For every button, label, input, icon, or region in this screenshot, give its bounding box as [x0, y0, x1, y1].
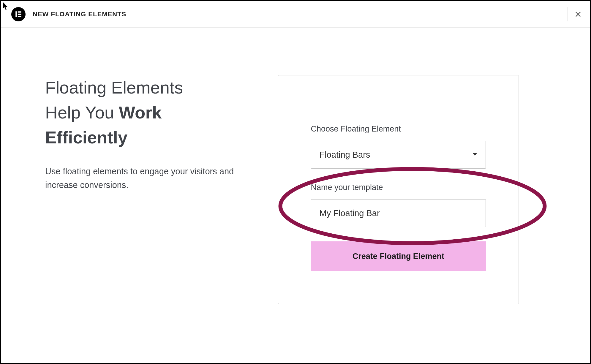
close-button[interactable] — [567, 7, 581, 21]
create-floating-element-button[interactable]: Create Floating Element — [311, 241, 486, 271]
element-type-label: Choose Floating Element — [311, 124, 486, 134]
svg-rect-2 — [18, 14, 21, 15]
template-name-group: Name your template — [311, 183, 486, 227]
hero-title: Floating Elements Help You Work Efficien… — [45, 75, 254, 150]
hero-title-line1: Floating Elements — [45, 78, 183, 97]
template-name-input[interactable] — [311, 199, 486, 227]
form-panel: Choose Floating Element Floating Bars Na… — [278, 75, 549, 304]
hero-title-line3: Efficiently — [45, 128, 127, 147]
form-card: Choose Floating Element Floating Bars Na… — [278, 75, 519, 304]
elementor-logo-icon — [11, 7, 26, 21]
hero-panel: Floating Elements Help You Work Efficien… — [1, 75, 278, 192]
modal-footer-divider — [1, 359, 590, 363]
modal-title: NEW FLOATING ELEMENTS — [33, 10, 126, 18]
svg-rect-3 — [18, 16, 21, 17]
hero-title-line2b: Work — [119, 103, 162, 122]
modal-header: NEW FLOATING ELEMENTS — [1, 1, 590, 28]
svg-rect-0 — [15, 11, 17, 17]
hero-subtitle: Use floating elements to engage your vis… — [45, 165, 254, 192]
element-type-group: Choose Floating Element Floating Bars — [311, 124, 486, 169]
new-floating-elements-modal: NEW FLOATING ELEMENTS Floating Elements … — [1, 1, 590, 363]
modal-body: Floating Elements Help You Work Efficien… — [1, 28, 590, 359]
template-name-label: Name your template — [311, 183, 486, 192]
element-type-select[interactable]: Floating Bars — [311, 141, 486, 169]
svg-rect-1 — [18, 11, 21, 12]
hero-title-line2a: Help You — [45, 103, 119, 122]
